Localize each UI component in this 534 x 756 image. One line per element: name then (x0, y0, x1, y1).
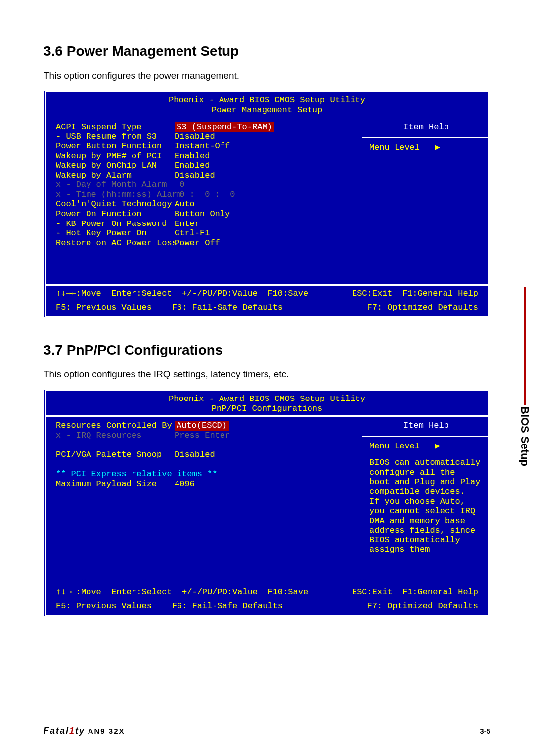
heading-3-6: 3.6 Power Management Setup (44, 44, 490, 59)
bios-footer-2: F5: Previous Values F6: Fail-Safe Defaul… (46, 601, 488, 615)
setting-label: Wakeup by OnChip LAN (56, 161, 175, 171)
desc-3-6: This option configures the power managem… (44, 70, 490, 81)
setting-value[interactable]: Enabled (175, 151, 210, 161)
setting-value[interactable]: 4096 (175, 479, 195, 489)
setting-value[interactable]: Ctrl-F1 (175, 228, 210, 238)
footer-right-2: F7: Optimized Defaults (367, 601, 478, 611)
bios-setting-row[interactable]: - KB Power On PasswordEnter (56, 219, 356, 229)
setting-value[interactable]: Press Enter (175, 431, 230, 441)
setting-value[interactable]: Instant-Off (175, 141, 230, 151)
setting-value[interactable]: Button Only (175, 209, 230, 219)
setting-value[interactable]: 0 (175, 180, 184, 190)
footer-right-1: ESC:Exit F1:General Help (352, 587, 478, 597)
help-text: BIOS can automatically configure all the… (369, 458, 483, 554)
setting-label: x - Time (hh:mm:ss) Alarm (56, 190, 175, 200)
bios-setting-row[interactable]: Power Button FunctionInstant-Off (56, 141, 356, 151)
bios-footer: ↑↓→←:Move Enter:Select +/-/PU/PD:Value F… (46, 584, 488, 601)
section-heading: ** PCI Express relative items ** (56, 469, 356, 479)
bios-setting-row[interactable]: x - Time (hh:mm:ss) Alarm 0 : 0 : 0 (56, 190, 356, 200)
setting-value[interactable]: Enter (175, 219, 200, 229)
side-tab-label: BIOS Setup (518, 406, 531, 466)
setting-label: x - Day of Month Alarm (56, 180, 175, 190)
bios-settings-list[interactable]: ACPI Suspend TypeS3 (Suspend-To-RAM)- US… (46, 118, 362, 284)
bios-setting-row[interactable]: Wakeup by PME# of PCIEnabled (56, 151, 356, 161)
side-tab-accent (524, 287, 526, 405)
setting-value[interactable]: 0 : 0 : 0 (175, 190, 235, 200)
bios-setting-row[interactable]: - Hot Key Power OnCtrl-F1 (56, 228, 356, 238)
footer-right-2: F7: Optimized Defaults (367, 303, 478, 312)
bios-setting-row[interactable]: Wakeup by OnChip LANEnabled (56, 161, 356, 171)
setting-value[interactable]: Disabled (175, 450, 215, 460)
bios-title: Phoenix - Award BIOS CMOS Setup Utility … (46, 391, 488, 415)
heading-3-7: 3.7 PnP/PCI Configurations (44, 342, 490, 358)
setting-value[interactable]: Auto (175, 199, 195, 209)
footer-left-1: ↑↓→←:Move Enter:Select +/-/PU/PD:Value F… (56, 289, 308, 299)
footer-right-1: ESC:Exit F1:General Help (352, 289, 478, 299)
bios-setting-row[interactable]: x - IRQ ResourcesPress Enter (56, 431, 356, 441)
bios-power-management: Phoenix - Award BIOS CMOS Setup Utility … (44, 90, 490, 318)
bios-setting-row[interactable]: Restore on AC Power LossPower Off (56, 238, 356, 248)
side-tab: BIOS Setup (518, 287, 531, 466)
setting-label: Power On Function (56, 209, 175, 219)
bios-title-line1: Phoenix - Award BIOS CMOS Setup Utility (169, 394, 365, 403)
setting-value[interactable]: Power Off (175, 238, 220, 248)
bios-title-line2: PnP/PCI Configurations (212, 404, 322, 413)
setting-label: Wakeup by PME# of PCI (56, 151, 175, 161)
bios-setting-row[interactable]: Resources Controlled ByAuto(ESCD) (56, 421, 356, 431)
desc-3-7: This option configures the IRQ settings,… (44, 369, 490, 380)
setting-label: - USB Resume from S3 (56, 132, 175, 142)
product-name: Fatal1ty AN9 32X (44, 726, 125, 736)
footer-left-1: ↑↓→←:Move Enter:Select +/-/PU/PD:Value F… (56, 587, 308, 597)
bios-settings-list[interactable]: Resources Controlled ByAuto(ESCD)x - IRQ… (46, 417, 362, 583)
bios-setting-row[interactable]: Power On FunctionButton Only (56, 209, 356, 219)
setting-value[interactable]: Disabled (175, 132, 215, 142)
setting-label: Cool'n'Quiet Technology (56, 199, 175, 209)
footer-left-2: F5: Previous Values F6: Fail-Safe Defaul… (56, 303, 283, 312)
setting-label: - Hot Key Power On (56, 228, 175, 238)
bios-pnp-pci: Phoenix - Award BIOS CMOS Setup Utility … (44, 389, 490, 617)
setting-label: x - IRQ Resources (56, 431, 175, 441)
bios-footer-2: F5: Previous Values F6: Fail-Safe Defaul… (46, 303, 488, 316)
bios-title-line2: Power Management Setup (212, 105, 322, 115)
setting-value[interactable]: Enabled (175, 161, 210, 171)
item-help-title: Item Help (369, 122, 483, 132)
setting-value[interactable]: Disabled (175, 171, 215, 180)
setting-label: Wakeup by Alarm (56, 171, 175, 180)
setting-label: - KB Power On Password (56, 219, 175, 229)
setting-label: PCI/VGA Palette Snoop (56, 450, 175, 460)
footer-left-2: F5: Previous Values F6: Fail-Safe Defaul… (56, 601, 283, 611)
page-number: 3-5 (480, 727, 490, 735)
setting-label: Power Button Function (56, 141, 175, 151)
setting-value[interactable]: Auto(ESCD) (175, 421, 229, 431)
bios-setting-row[interactable]: - USB Resume from S3Disabled (56, 132, 356, 142)
bios-footer: ↑↓→←:Move Enter:Select +/-/PU/PD:Value F… (46, 286, 488, 303)
bios-setting-row[interactable]: Cool'n'Quiet TechnologyAuto (56, 199, 356, 209)
setting-label: Maximum Payload Size (56, 479, 175, 489)
setting-label: Restore on AC Power Loss (56, 238, 175, 248)
menu-level: Menu Level ▶ (369, 143, 483, 153)
setting-value[interactable]: S3 (Suspend-To-RAM) (175, 122, 274, 132)
bios-title-line1: Phoenix - Award BIOS CMOS Setup Utility (169, 95, 365, 105)
bios-setting-row[interactable]: x - Day of Month Alarm 0 (56, 180, 356, 190)
bios-setting-row[interactable]: Maximum Payload Size4096 (56, 479, 356, 489)
bios-setting-row[interactable]: ACPI Suspend TypeS3 (Suspend-To-RAM) (56, 122, 356, 132)
setting-label: Resources Controlled By (56, 421, 175, 431)
bios-setting-row[interactable]: PCI/VGA Palette SnoopDisabled (56, 450, 356, 460)
bios-setting-row[interactable]: Wakeup by AlarmDisabled (56, 171, 356, 180)
item-help-title: Item Help (369, 421, 483, 431)
menu-level: Menu Level ▶ (369, 442, 483, 451)
setting-label: ACPI Suspend Type (56, 122, 175, 132)
bios-title: Phoenix - Award BIOS CMOS Setup Utility … (46, 92, 488, 117)
